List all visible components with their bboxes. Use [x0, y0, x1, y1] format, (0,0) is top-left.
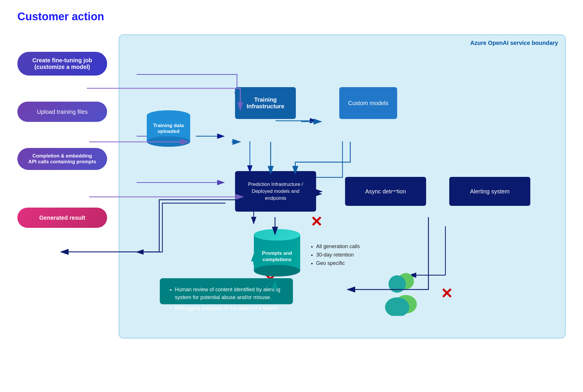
custom-models-label: Custom models	[348, 100, 388, 107]
pill-upload-label: Upload training files	[37, 109, 88, 115]
red-x-3: ✕	[441, 286, 453, 301]
custom-models-node: Custom models	[339, 87, 397, 119]
page-title: Customer action	[0, 0, 583, 29]
human-review-item-2: Debugging purposes in the event of a fai…	[175, 304, 284, 312]
prediction-infra-label: Prediction Infrastructure / Deployed mod…	[248, 181, 303, 202]
prompts-completions-node: Prompts and completions	[250, 229, 305, 276]
bullet-list: All generation calls 30-day retention Ge…	[310, 241, 360, 269]
async-detection-node: Async detection	[345, 177, 426, 206]
pill-generated-result: Generated result	[17, 208, 107, 228]
alerting-system-label: Alerting system	[470, 188, 510, 195]
bullet-item-2: 30-day retention	[316, 252, 360, 258]
prediction-infra-node: Prediction Infrastructure / Deployed mod…	[235, 171, 316, 212]
training-data-node: Training data uploaded	[145, 110, 203, 147]
pill-upload-training: Upload training files	[17, 102, 107, 122]
person-icon	[383, 272, 420, 317]
training-infra-node: Training Infrastructure	[235, 87, 296, 119]
human-review-item-1: Human review of content identified by al…	[175, 286, 284, 301]
pill-completion-label: Completion & embedding API calls contain…	[28, 153, 96, 165]
red-x-1: ✕	[310, 215, 322, 229]
alerting-system-node: Alerting system	[449, 177, 530, 206]
pill-create-finetuning: Create fine-tuning job (customize a mode…	[17, 52, 107, 76]
pill-generated-label: Generated result	[39, 215, 85, 221]
pill-create-label: Create fine-tuning job (customize a mode…	[32, 57, 92, 70]
bullet-item-1: All generation calls	[316, 243, 360, 250]
pill-completion-embedding: Completion & embedding API calls contain…	[17, 148, 107, 170]
svg-point-6	[388, 275, 406, 293]
service-boundary-box: Azure OpenAI service boundary	[119, 34, 566, 338]
training-infra-label: Training Infrastructure	[247, 96, 284, 110]
diagram-area: Training data uploaded Training Infrastr…	[137, 44, 553, 319]
training-data-label: Training data uploaded	[147, 123, 190, 134]
prompts-completions-label: Prompts and completions	[257, 250, 297, 263]
left-column: Create fine-tuning job (customize a mode…	[17, 34, 107, 338]
human-review-box: Human review of content identified by al…	[160, 278, 293, 304]
async-detection-label: Async detection	[365, 188, 406, 195]
bullet-item-3: Geo specific	[316, 260, 360, 266]
